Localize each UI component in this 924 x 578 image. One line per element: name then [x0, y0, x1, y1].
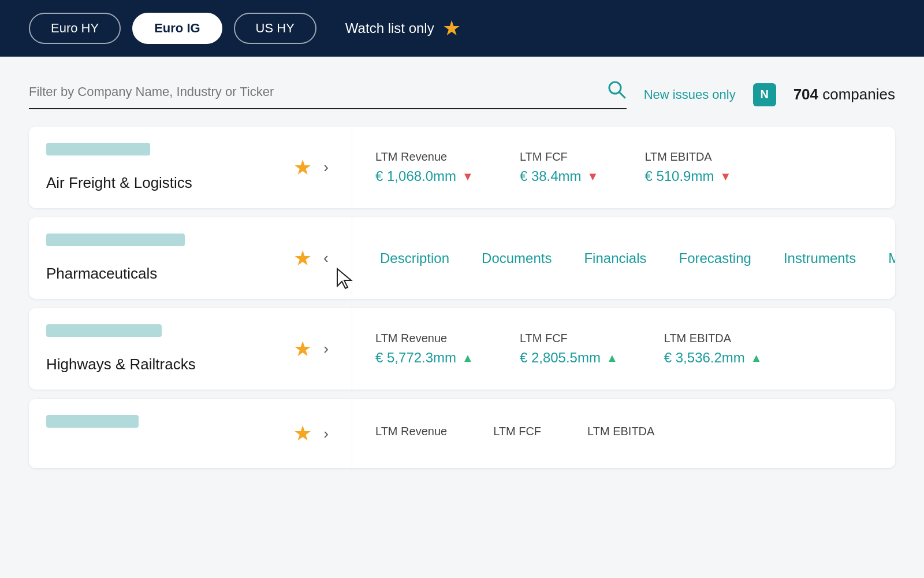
card-title-air-freight: Air Freight & Logistics	[46, 174, 192, 192]
ebitda-hw-trend-icon: ▲	[751, 351, 762, 365]
metric-label-ebitda-hw: LTM EBITDA	[664, 332, 762, 345]
label-placeholder-fourth	[46, 415, 139, 428]
header: Euro HY Euro IG US HY Watch list only ★	[0, 0, 924, 57]
card-left-air-freight: Air Freight & Logistics ★ ›	[29, 127, 352, 208]
tab-euro-hy[interactable]: Euro HY	[29, 13, 121, 44]
card-fourth: ★ › LTM Revenue LTM FCF LTM EBITDA	[29, 399, 895, 468]
expand-button-air-freight[interactable]: ›	[318, 158, 334, 176]
card-left-fourth: ★ ›	[29, 399, 352, 468]
card-right-pharma: Description Documents Financials Forecas…	[352, 217, 895, 299]
metric-value-fcf: € 38.4mm ▼	[520, 168, 599, 184]
card-left-highways: Highways & Railtracks ★ ›	[29, 308, 352, 390]
metrics-fourth: LTM Revenue LTM FCF LTM EBITDA	[375, 425, 872, 443]
star-button-pharma[interactable]: ★	[288, 246, 318, 271]
revenue-value: € 1,068.0mm	[375, 168, 456, 184]
fcf-hw-trend-icon: ▲	[606, 351, 618, 365]
expand-button-fourth[interactable]: ›	[318, 425, 334, 443]
collapse-button-pharma[interactable]: ›	[318, 249, 334, 267]
label-placeholder-highways	[46, 324, 162, 337]
new-issues-badge[interactable]: N	[753, 83, 776, 106]
rev-hw-value: € 5,772.3mm	[375, 350, 456, 366]
tab-us-hy[interactable]: US HY	[234, 13, 316, 44]
label-placeholder-pharma	[46, 234, 185, 246]
star-button-fourth[interactable]: ★	[288, 421, 318, 446]
main-content: New issues only N 704 companies Air Frei…	[0, 57, 924, 501]
ebitda-value: € 510.9mm	[644, 168, 714, 184]
fcf-value: € 38.4mm	[520, 168, 582, 184]
card-title-pharma: Pharmaceuticals	[46, 265, 157, 283]
watchlist-label: Watch list only	[345, 20, 434, 36]
search-row: New issues only N 704 companies	[29, 80, 895, 109]
metric-ebitda-fourth: LTM EBITDA	[587, 425, 654, 443]
metric-label-fcf-hw: LTM FCF	[520, 332, 618, 345]
metric-ebitda-air-freight: LTM EBITDA € 510.9mm ▼	[644, 150, 731, 184]
metric-label-fcf: LTM FCF	[520, 150, 599, 164]
metric-value-rev-hw: € 5,772.3mm ▲	[375, 350, 474, 366]
metric-revenue-fourth: LTM Revenue	[375, 425, 447, 443]
metric-label-rev-hw: LTM Revenue	[375, 332, 474, 345]
metric-value-ebitda: € 510.9mm ▼	[644, 168, 731, 184]
companies-number: 704	[793, 86, 818, 103]
metric-value-ebitda-hw: € 3,536.2mm ▲	[664, 350, 762, 366]
metric-revenue-highways: LTM Revenue € 5,772.3mm ▲	[375, 332, 474, 366]
watchlist-section: Watch list only ★	[345, 16, 461, 40]
watchlist-star-icon[interactable]: ★	[442, 16, 461, 40]
card-title-highways: Highways & Railtracks	[46, 355, 196, 373]
card-right-fourth: LTM Revenue LTM FCF LTM EBITDA	[352, 399, 895, 468]
revenue-trend-icon: ▼	[462, 170, 474, 183]
new-issues-label[interactable]: New issues only	[644, 87, 736, 102]
pharma-nav-tabs: Description Documents Financials Forecas…	[352, 217, 895, 299]
search-icon[interactable]	[607, 80, 627, 103]
fcf-trend-icon: ▼	[587, 170, 599, 183]
companies-count: 704 companies	[793, 86, 895, 103]
tab-instruments[interactable]: Instruments	[767, 234, 872, 283]
star-button-air-freight[interactable]: ★	[288, 155, 318, 180]
search-wrapper	[29, 80, 627, 109]
rev-hw-trend-icon: ▲	[462, 351, 474, 365]
metric-fcf-highways: LTM FCF € 2,805.5mm ▲	[520, 332, 618, 366]
metric-label-revenue: LTM Revenue	[375, 150, 474, 164]
metric-ebitda-highways: LTM EBITDA € 3,536.2mm ▲	[664, 332, 762, 366]
metric-fcf-fourth: LTM FCF	[493, 425, 541, 443]
tab-euro-ig[interactable]: Euro IG	[132, 13, 222, 44]
metrics-highways: LTM Revenue € 5,772.3mm ▲ LTM FCF € 2,80…	[375, 332, 872, 366]
metric-label-rev-4: LTM Revenue	[375, 425, 447, 438]
search-input[interactable]	[29, 84, 598, 99]
metric-value-fcf-hw: € 2,805.5mm ▲	[520, 350, 618, 366]
metric-label-ebitda: LTM EBITDA	[644, 150, 731, 164]
ebitda-trend-icon: ▼	[720, 170, 731, 183]
card-air-freight: Air Freight & Logistics ★ › LTM Revenue …	[29, 127, 895, 208]
card-highways: Highways & Railtracks ★ › LTM Revenue € …	[29, 308, 895, 390]
metric-value-revenue: € 1,068.0mm ▼	[375, 168, 474, 184]
card-right-air-freight: LTM Revenue € 1,068.0mm ▼ LTM FCF € 38.4…	[352, 127, 895, 208]
companies-suffix: companies	[818, 86, 895, 103]
tab-documents[interactable]: Documents	[465, 234, 568, 283]
ebitda-hw-value: € 3,536.2mm	[664, 350, 745, 366]
tab-more[interactable]: Me...	[872, 234, 895, 283]
tab-forecasting[interactable]: Forecasting	[662, 234, 767, 283]
metrics-air-freight: LTM Revenue € 1,068.0mm ▼ LTM FCF € 38.4…	[375, 150, 872, 184]
card-left-pharmaceuticals: Pharmaceuticals ★ ›	[29, 217, 352, 299]
card-right-highways: LTM Revenue € 5,772.3mm ▲ LTM FCF € 2,80…	[352, 308, 895, 390]
label-placeholder-air-freight	[46, 143, 150, 155]
fcf-hw-value: € 2,805.5mm	[520, 350, 601, 366]
metric-label-fcf-4: LTM FCF	[493, 425, 541, 438]
expand-button-highways[interactable]: ›	[318, 340, 334, 358]
metric-fcf-air-freight: LTM FCF € 38.4mm ▼	[520, 150, 599, 184]
card-pharmaceuticals: Pharmaceuticals ★ › Description Document…	[29, 217, 895, 299]
svg-line-1	[619, 92, 625, 98]
star-button-highways[interactable]: ★	[288, 337, 318, 361]
metric-label-ebitda-4: LTM EBITDA	[587, 425, 654, 438]
tab-description[interactable]: Description	[364, 234, 465, 283]
metric-revenue-air-freight: LTM Revenue € 1,068.0mm ▼	[375, 150, 474, 184]
tab-financials[interactable]: Financials	[568, 234, 662, 283]
